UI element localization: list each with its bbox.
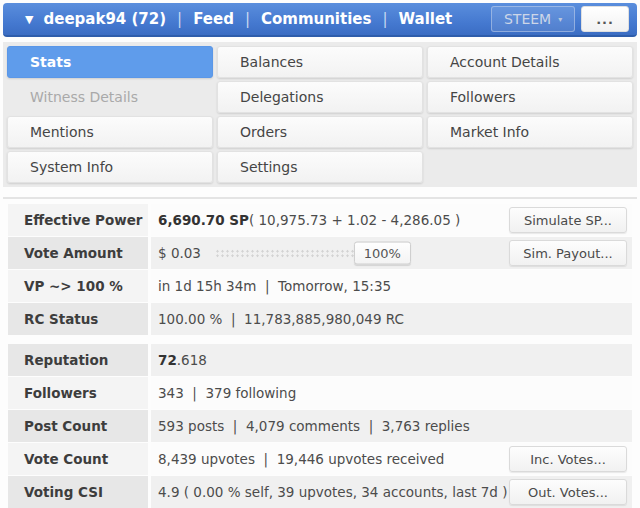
row-label: Voting CSI	[8, 476, 148, 508]
row-label: Followers	[8, 377, 148, 409]
row-label: RC Status	[8, 303, 148, 335]
table-row-effective-power: Effective Power 6,690.70 SP ( 10,975.73 …	[8, 204, 632, 236]
followers-value: 343 | 379 following	[158, 385, 296, 401]
row-value: 8,439 upvotes | 19,446 upvotes received …	[151, 443, 632, 475]
outgoing-votes-button[interactable]: Out. Votes...	[509, 479, 627, 505]
stats-table-secondary: Reputation 72.618 Followers 343 | 379 fo…	[8, 344, 632, 508]
tab-settings[interactable]: Settings	[217, 151, 423, 183]
nav-separator: |	[245, 10, 250, 28]
row-value: 593 posts | 4,079 comments | 3,763 repli…	[151, 410, 632, 442]
top-bar: ▼ deepak94 (72) | Feed | Communities | W…	[3, 3, 637, 37]
row-value: 72.618	[151, 344, 632, 376]
row-label: VP ~> 100 %	[8, 270, 148, 302]
row-label: Post Count	[8, 410, 148, 442]
sim-payout-button[interactable]: Sim. Payout...	[509, 240, 627, 266]
slider-handle[interactable]: 100%	[354, 242, 411, 265]
tab-system-info[interactable]: System Info	[7, 151, 213, 183]
effective-power-detail: ( 10,975.73 + 1.02 - 4,286.05 )	[249, 212, 460, 228]
nav-separator: |	[177, 10, 182, 28]
vote-count-value: 8,439 upvotes | 19,446 upvotes received	[158, 451, 444, 467]
post-count-value: 593 posts | 4,079 comments | 3,763 repli…	[158, 418, 470, 434]
tab-followers[interactable]: Followers	[427, 81, 633, 113]
tab-market-info[interactable]: Market Info	[427, 116, 633, 148]
nav-separator: |	[382, 10, 387, 28]
chevron-down-icon: ▾	[558, 15, 562, 24]
table-row-post-count: Post Count 593 posts | 4,079 comments | …	[8, 410, 632, 442]
section-divider	[3, 197, 637, 199]
table-row-reputation: Reputation 72.618	[8, 344, 632, 376]
tab-mentions[interactable]: Mentions	[7, 116, 213, 148]
row-value: 4.9 ( 0.00 % self, 39 upvotes, 34 accoun…	[151, 476, 632, 508]
table-row-voting-csi: Voting CSI 4.9 ( 0.00 % self, 39 upvotes…	[8, 476, 632, 508]
row-label: Effective Power	[8, 204, 148, 236]
effective-power-value: 6,690.70 SP	[158, 212, 249, 228]
table-row-vp-recharge: VP ~> 100 % in 1d 15h 34m | Tomorrow, 15…	[8, 270, 632, 302]
row-value: 6,690.70 SP ( 10,975.73 + 1.02 - 4,286.0…	[151, 204, 632, 236]
simulate-sp-button[interactable]: Simulate SP...	[509, 207, 627, 233]
tab-stats[interactable]: Stats	[7, 46, 213, 78]
username-link[interactable]: deepak94 (72)	[43, 10, 166, 28]
row-label: Vote Amount	[8, 237, 148, 269]
tab-delegations[interactable]: Delegations	[217, 81, 423, 113]
nav-item-feed[interactable]: Feed	[193, 10, 234, 28]
reputation-value: 72	[158, 352, 177, 368]
top-nav: deepak94 (72) | Feed | Communities | Wal…	[43, 10, 452, 28]
row-label: Vote Count	[8, 443, 148, 475]
vote-amount-value: $ 0.03	[158, 245, 201, 261]
incoming-votes-button[interactable]: Inc. Votes...	[509, 446, 627, 472]
nav-item-wallet[interactable]: Wallet	[399, 10, 453, 28]
steem-network-label: STEEM	[504, 11, 551, 27]
vp-recharge-value: in 1d 15h 34m | Tomorrow, 15:35	[158, 278, 391, 294]
account-dropdown-icon[interactable]: ▼	[25, 13, 33, 26]
row-value: in 1d 15h 34m | Tomorrow, 15:35	[151, 270, 632, 302]
row-value: $ 0.03 100% Sim. Payout...	[151, 237, 632, 269]
rc-status-value: 100.00 % | 11,783,885,980,049 RC	[158, 311, 404, 327]
table-row-vote-count: Vote Count 8,439 upvotes | 19,446 upvote…	[8, 443, 632, 475]
row-label: Reputation	[8, 344, 148, 376]
nav-item-communities[interactable]: Communities	[261, 10, 372, 28]
stats-table-primary: Effective Power 6,690.70 SP ( 10,975.73 …	[8, 204, 632, 336]
tab-grid: Stats Balances Account Details Witness D…	[3, 42, 637, 187]
vote-weight-slider[interactable]: 100%	[215, 237, 407, 269]
row-value: 100.00 % | 11,783,885,980,049 RC	[151, 303, 632, 335]
tab-account-details[interactable]: Account Details	[427, 46, 633, 78]
more-options-button[interactable]: ...	[581, 6, 629, 32]
steem-network-dropdown[interactable]: STEEM ▾	[491, 6, 575, 32]
reputation-detail: .618	[177, 352, 207, 368]
row-value: 343 | 379 following	[151, 377, 632, 409]
tab-witness-details: Witness Details	[7, 81, 213, 113]
table-row-followers: Followers 343 | 379 following	[8, 377, 632, 409]
tab-orders[interactable]: Orders	[217, 116, 423, 148]
table-row-rc-status: RC Status 100.00 % | 11,783,885,980,049 …	[8, 303, 632, 335]
tab-balances[interactable]: Balances	[217, 46, 423, 78]
table-row-vote-amount: Vote Amount $ 0.03 100% Sim. Payout...	[8, 237, 632, 269]
voting-csi-value: 4.9 ( 0.00 % self, 39 upvotes, 34 accoun…	[158, 484, 508, 500]
